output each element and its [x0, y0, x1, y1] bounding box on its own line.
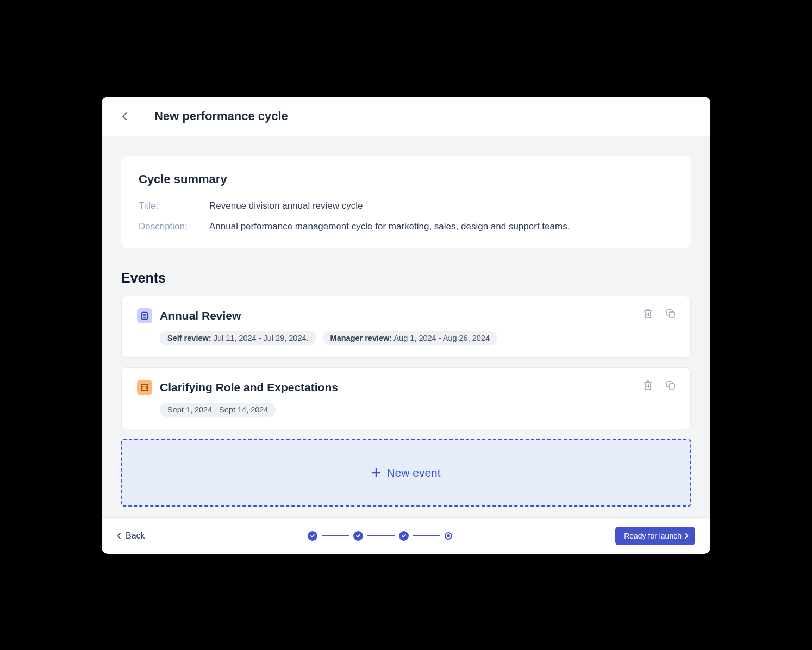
pill-value: Jul 11, 2024 - Jul 29, 2024. [214, 334, 309, 342]
summary-heading: Cycle summary [139, 172, 673, 186]
header-bar: New performance cycle [102, 97, 710, 136]
footer-back-button[interactable]: Back [117, 531, 145, 541]
delete-button[interactable] [642, 380, 653, 391]
footer-back-label: Back [126, 531, 145, 541]
summary-description-value: Annual performance management cycle for … [209, 221, 570, 232]
step-connector [413, 535, 440, 536]
pill-label: Manager review: [330, 334, 392, 342]
step-complete[interactable] [399, 531, 409, 541]
event-card: Annual Review Self review: Jul 11, 2024 … [121, 296, 691, 358]
pill-label: Self review: [167, 334, 211, 342]
event-head: 1:1 Clarifying Role and Expectations [137, 380, 675, 395]
date-pill: Sept 1, 2024 - Sept 14, 2024 [160, 403, 276, 417]
svg-text:1:1: 1:1 [142, 386, 147, 390]
plus-icon [371, 468, 381, 478]
pill-value: Sept 1, 2024 - Sept 14, 2024 [167, 405, 268, 414]
check-icon [310, 533, 315, 539]
date-pill: Manager review: Aug 1, 2024 - Aug 26, 20… [323, 331, 497, 345]
step-connector [322, 535, 349, 536]
back-button[interactable] [117, 109, 132, 124]
cycle-summary-card: Cycle summary Title: Revenue division an… [121, 156, 691, 248]
step-connector [367, 535, 395, 536]
summary-title-label: Title: [139, 201, 209, 211]
trash-icon [642, 308, 653, 319]
summary-row-title: Title: Revenue division annual review cy… [139, 201, 673, 211]
copy-icon [665, 308, 676, 319]
step-current[interactable] [445, 532, 452, 540]
chevron-right-icon [685, 533, 689, 539]
new-event-label: New event [386, 466, 440, 479]
duplicate-button[interactable] [665, 308, 676, 319]
app-window: New performance cycle Cycle summary Titl… [102, 97, 710, 554]
new-event-button[interactable]: New event [121, 439, 691, 507]
document-icon [137, 308, 152, 323]
svg-rect-7 [669, 384, 674, 389]
copy-icon [665, 380, 676, 391]
content-area: Cycle summary Title: Revenue division an… [102, 136, 710, 517]
step-complete[interactable] [308, 531, 317, 541]
one-on-one-icon: 1:1 [137, 380, 152, 395]
pill-value: Aug 1, 2024 - Aug 26, 2024 [393, 334, 490, 342]
date-pill: Self review: Jul 11, 2024 - Jul 29, 2024… [160, 331, 316, 345]
event-pill-row: Self review: Jul 11, 2024 - Jul 29, 2024… [137, 331, 675, 345]
trash-icon [642, 380, 653, 391]
check-icon [401, 533, 407, 539]
event-title: Clarifying Role and Expectations [160, 381, 338, 394]
footer-bar: Back Ready for launch [102, 517, 710, 554]
summary-row-description: Description: Annual performance manageme… [139, 221, 673, 232]
page-title: New performance cycle [154, 109, 288, 123]
chevron-left-icon [117, 532, 121, 540]
event-pill-row: Sept 1, 2024 - Sept 14, 2024 [137, 403, 675, 417]
summary-title-value: Revenue division annual review cycle [209, 201, 363, 211]
event-actions [642, 380, 676, 391]
summary-description-label: Description: [139, 221, 209, 232]
ready-for-launch-button[interactable]: Ready for launch [615, 527, 695, 545]
event-actions [642, 308, 676, 319]
duplicate-button[interactable] [665, 380, 676, 391]
events-heading: Events [121, 270, 691, 286]
chevron-left-icon [122, 112, 127, 121]
event-card: 1:1 Clarifying Role and Expectations Sep… [121, 367, 691, 429]
delete-button[interactable] [642, 308, 653, 319]
check-icon [355, 533, 361, 539]
event-title: Annual Review [160, 309, 241, 322]
svg-rect-4 [669, 312, 674, 317]
header-divider [143, 107, 143, 126]
progress-stepper [308, 531, 452, 541]
event-head: Annual Review [137, 308, 675, 323]
step-complete[interactable] [353, 531, 363, 541]
launch-label: Ready for launch [624, 532, 682, 540]
